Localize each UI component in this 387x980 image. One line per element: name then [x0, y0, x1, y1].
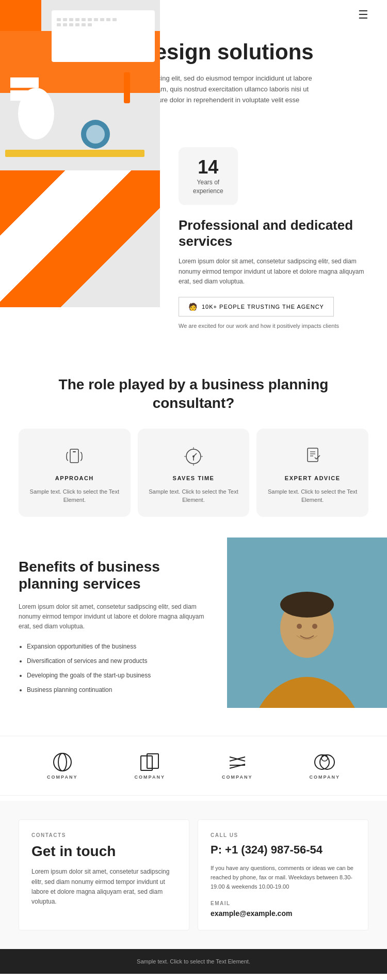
svg-rect-12: [106, 18, 110, 21]
office-image: [0, 137, 160, 307]
phone-description: If you have any questions, comments or i…: [211, 864, 356, 891]
right-content: 14 Years of experience Professional and …: [160, 137, 387, 329]
svg-point-39: [280, 592, 334, 618]
services-title: Professional and dedicated services: [179, 217, 368, 249]
company-logo-2: [137, 752, 163, 772]
phone-number: P: +1 (324) 987-56-54: [211, 843, 356, 857]
card-expert-advice: EXPERT ADVICE Sample text. Click to sele…: [256, 429, 368, 517]
office-image-svg: [0, 0, 160, 170]
svg-rect-13: [112, 18, 117, 21]
svg-rect-8: [82, 18, 86, 21]
person-image-svg: [227, 538, 387, 708]
approach-icon: [63, 445, 86, 468]
contacts-description: Lorem ipsum dolor sit amet, consetetur s…: [31, 867, 176, 907]
svg-rect-23: [124, 72, 130, 103]
svg-point-43: [58, 753, 67, 771]
logo-name-2: COMPANY: [135, 774, 165, 780]
list-item: Expansion opportunities of the business: [27, 642, 215, 651]
excited-text: We are excited for our work and how it p…: [179, 323, 368, 329]
svg-rect-7: [75, 18, 79, 21]
svg-rect-28: [73, 451, 76, 452]
svg-rect-9: [88, 18, 92, 21]
logo-item-2: COMPANY: [135, 752, 165, 780]
logo-item-1: COMPANY: [47, 752, 77, 780]
svg-rect-26: [5, 150, 144, 157]
svg-rect-2: [0, 0, 41, 31]
email-label: EMAIL: [211, 900, 356, 906]
footer-text: Sample text. Click to select the Text El…: [137, 958, 250, 965]
contact-left: CONTACTS Get in touch Lorem ipsum dolor …: [19, 819, 189, 930]
svg-rect-15: [63, 23, 67, 26]
email-address: example@example.com: [211, 909, 356, 918]
card-saves-time: SAVES TIME Sample text. Click to select …: [138, 429, 250, 517]
logo-name-3: COMPANY: [222, 774, 252, 780]
svg-rect-11: [100, 18, 104, 21]
svg-point-41: [312, 624, 317, 629]
list-item: Developing the goals of the start-up bus…: [27, 671, 215, 680]
menu-icon[interactable]: ☰: [358, 8, 368, 22]
card-approach: APPROACH Sample text. Click to select th…: [19, 429, 131, 517]
saves-time-icon: [182, 445, 205, 468]
stat-box: 14 Years of experience: [179, 147, 238, 205]
call-us-label: CALL US: [211, 832, 356, 838]
trust-button-label: 10K+ PEOPLE TRUSTING THE AGENCY: [202, 304, 324, 310]
benefits-section: Benefits of business planning services L…: [0, 538, 387, 721]
card-expert-advice-text: Sample text. Click to select the Text El…: [265, 487, 360, 504]
svg-point-42: [54, 753, 71, 771]
two-col-section: 14 Years of experience Professional and …: [0, 132, 387, 350]
contact-right: CALL US P: +1 (324) 987-56-54 If you hav…: [198, 819, 368, 930]
card-saves-time-title: SAVES TIME: [146, 475, 241, 481]
card-approach-title: APPROACH: [27, 475, 122, 481]
list-item: Diversification of services and new prod…: [27, 656, 215, 666]
stat-number: 14: [193, 156, 223, 178]
person-icon: 🧑: [188, 303, 198, 311]
logo-item-3: COMPANY: [222, 752, 252, 780]
svg-rect-25: [10, 90, 31, 101]
role-section: The role played by a business planning c…: [0, 350, 387, 538]
benefits-title: Benefits of business planning services: [19, 558, 215, 593]
cards-container: APPROACH Sample text. Click to select th…: [19, 429, 368, 517]
svg-rect-6: [69, 18, 73, 21]
benefits-list: Expansion opportunities of the business …: [19, 642, 215, 694]
svg-rect-17: [75, 23, 79, 26]
svg-rect-4: [57, 18, 61, 21]
contacts-title: Get in touch: [31, 843, 176, 860]
company-logo-4: [312, 752, 337, 772]
svg-point-40: [297, 624, 302, 629]
logo-item-4: COMPANY: [310, 752, 340, 780]
role-title: The role played by a business planning c…: [19, 375, 368, 413]
card-saves-time-text: Sample text. Click to select the Text El…: [146, 487, 241, 504]
svg-rect-16: [69, 23, 73, 26]
contacts-label: CONTACTS: [31, 832, 176, 838]
card-expert-advice-title: EXPERT ADVICE: [265, 475, 360, 481]
services-description: Lorem ipsum dolor sit amet, consetetur s…: [179, 257, 368, 287]
logo-name-1: COMPANY: [47, 774, 77, 780]
company-logo-3: [224, 752, 250, 772]
svg-rect-10: [94, 18, 98, 21]
trust-button[interactable]: 🧑 10K+ PEOPLE TRUSTING THE AGENCY: [179, 297, 334, 317]
svg-point-22: [86, 125, 105, 144]
contacts-section: CONTACTS Get in touch Lorem ipsum dolor …: [0, 801, 387, 949]
svg-rect-24: [10, 77, 39, 88]
svg-rect-31: [308, 448, 318, 462]
svg-rect-14: [57, 23, 61, 26]
logo-name-4: COMPANY: [310, 774, 340, 780]
svg-rect-5: [63, 18, 67, 21]
benefits-text: Benefits of business planning services L…: [19, 538, 227, 721]
logos-section: COMPANY COMPANY COMPANY COMPANY: [0, 736, 387, 796]
card-approach-text: Sample text. Click to select the Text El…: [27, 487, 122, 504]
person-photo: [227, 538, 387, 708]
svg-rect-19: [88, 23, 92, 26]
svg-rect-27: [70, 449, 78, 463]
company-logo-1: [50, 752, 75, 772]
list-item: Business planning continuation: [27, 685, 215, 694]
svg-rect-18: [82, 23, 86, 26]
benefits-description: Lorem ipsum dolor sit amet, consetetur s…: [19, 602, 215, 632]
footer: Sample text. Click to select the Text El…: [0, 949, 387, 974]
stat-label: Years of experience: [193, 178, 223, 196]
expert-advice-icon: [301, 445, 324, 468]
